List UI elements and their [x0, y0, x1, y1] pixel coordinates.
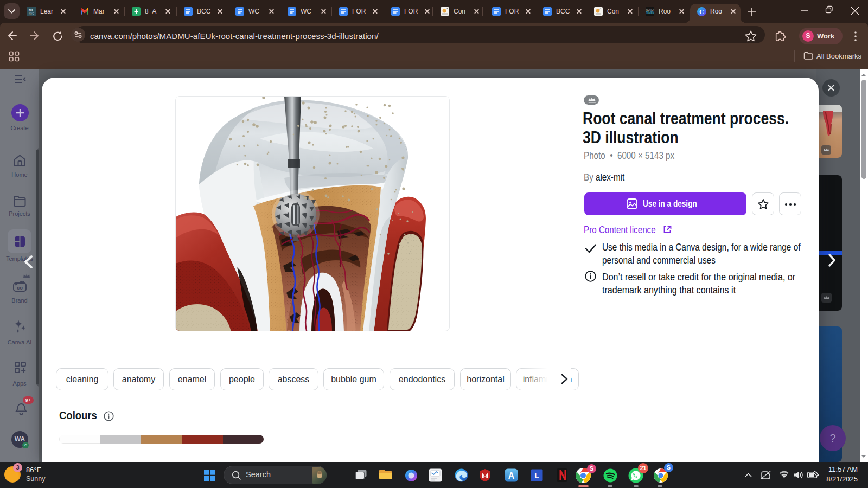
svg-text:STEVENS: STEVENS — [646, 11, 654, 14]
svg-text:A: A — [508, 471, 515, 480]
svg-text:ME: ME — [29, 8, 35, 12]
svg-text:NYC: NYC — [29, 12, 34, 15]
svg-text:L: L — [534, 471, 539, 480]
svg-text:co: co — [17, 285, 23, 291]
svg-text:C: C — [699, 8, 704, 16]
